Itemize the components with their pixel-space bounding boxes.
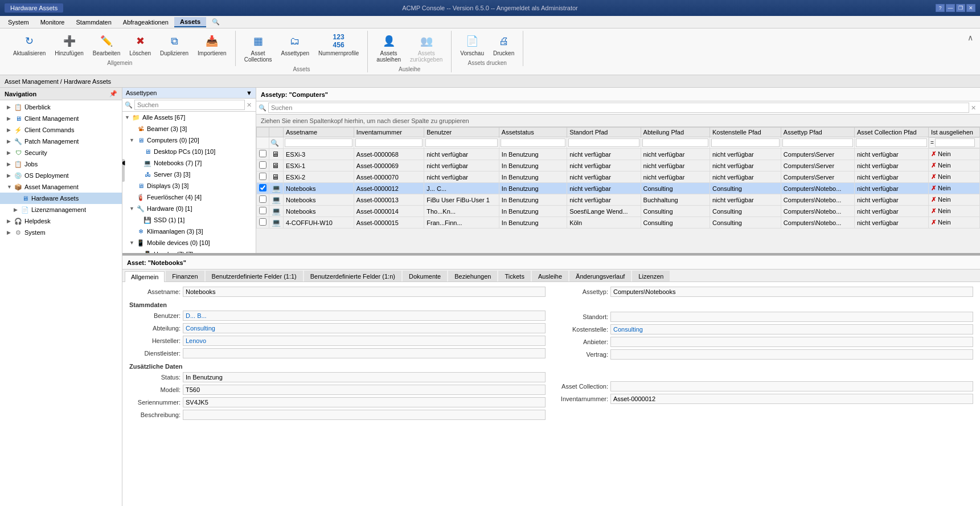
table-row[interactable]: 🖥 ESXi-1 Asset-0000069 nicht verfügbar I… [257,160,980,172]
asset-type-selector[interactable]: Assettypen ▼ [122,88,256,99]
nav-item-client-commands[interactable]: ▶ ⚡ Client Commands [0,124,122,136]
asset-table[interactable]: Assetname Inventarnummer Benutzer Assets… [256,127,980,253]
row-checkbox[interactable] [259,207,266,214]
filter-kostenstelle[interactable] [711,138,780,147]
grid-search-input[interactable] [268,103,969,113]
col-assettyp-pfad[interactable]: Assettyp Pfad [781,128,854,137]
tree-klimaanlagen[interactable]: ❄ Klimaanlagen (3) [3] [122,226,256,237]
menu-system[interactable]: System [2,18,35,27]
assetname-input[interactable] [183,287,546,297]
drucken-button[interactable]: 🖨 Drucken [489,31,518,59]
menu-search[interactable]: 🔍 [206,17,225,27]
menu-abfrageaktionen[interactable]: Abfrageaktionen [117,18,174,27]
nav-item-client-management[interactable]: ▶ 🖥 Client Management [0,113,122,124]
bearbeiten-button[interactable]: ✏️ Bearbeiten [89,31,124,59]
nav-item-os-deployment[interactable]: ▶ 💿 OS Deployment [0,170,122,181]
tab-aenderungsverlauf[interactable]: Änderungsverlauf [569,271,631,281]
tab-benutzerdefinierte-felder-1nN[interactable]: Benutzerdefinierte Felder (1:n) [304,271,401,281]
nav-item-ueberblick[interactable]: ▶ 📋 Überblick [0,101,122,113]
tree-handys[interactable]: 📱 Handys (7) [7] [122,248,256,253]
minimize-button[interactable]: — [946,4,955,12]
restore-button[interactable]: ❐ [956,4,965,12]
asset-search-input[interactable] [134,100,245,110]
table-row[interactable]: 🖥 ESXi-2 Asset-0000070 nicht verfügbar I… [257,172,980,183]
col-inventarnummer[interactable]: Inventarnummer [354,128,424,137]
asset-collections-button[interactable]: ▦ AssetCollections [240,31,276,65]
tab-benutzerdefinierte-felder-1n1[interactable]: Benutzerdefinierte Felder (1:1) [206,271,303,281]
nav-item-system[interactable]: ▶ ⚙ System [0,227,122,238]
table-row[interactable]: 💻 Notebooks Asset-0000013 FiBu User FiBu… [257,194,980,206]
importieren-button[interactable]: 📥 Importieren [194,31,231,59]
modell-input[interactable] [183,385,546,395]
tree-hardware[interactable]: ▼ 🔧 Hardware (0) [1] [122,203,256,214]
filter-assetname[interactable] [285,138,352,147]
col-assetstatus[interactable]: Assetstatus [499,128,567,137]
close-button[interactable]: ✕ [966,4,975,12]
vertrag-input[interactable] [610,349,973,360]
hinzufuegen-button[interactable]: ➕ Hinzufügen [51,31,88,59]
nav-item-hardware-assets[interactable]: 🖥 Hardware Assets [0,193,122,204]
tree-computers[interactable]: ▼ 🖥 Computers (0) [20] [122,134,256,146]
nav-item-security[interactable]: ▶ 🛡 Security [0,147,122,158]
menu-monitore[interactable]: Monitore [35,18,71,27]
row-checkbox[interactable] [259,195,266,203]
filter-collection[interactable] [856,138,927,147]
assets-ausleihen-button[interactable]: 👤 Assetsausleihen [372,31,405,65]
kostenstelle-input[interactable] [610,324,973,334]
tree-mobile-devices[interactable]: ▼ 📱 Mobile devices (0) [10] [122,237,256,248]
filter-benutzer[interactable] [425,138,498,147]
col-kostenstelle-pfad[interactable]: Kostenstelle Pfad [710,128,781,137]
filter-standort[interactable] [568,138,639,147]
filter-assetstatus[interactable] [501,138,565,147]
col-ist-ausgeliehen[interactable]: Ist ausgeliehen [928,128,979,137]
abteilung-input[interactable] [183,323,546,333]
filter-inventarnummer[interactable] [355,138,423,147]
loeschen-button[interactable]: ✖ Löschen [125,31,155,59]
assets-zurueckgeben-button[interactable]: 👥 Assetszurückgeben [406,31,446,65]
toolbar-collapse-button[interactable]: ∧ [967,33,973,42]
filter-ausgeliehen[interactable] [935,138,975,147]
tree-feuerloescher[interactable]: 🧯 Feuerlöscher (4) [4] [122,191,256,203]
tab-ausleihe[interactable]: Ausleihe [532,271,568,281]
asset-collection-input[interactable] [610,381,973,391]
tree-beamer[interactable]: 📽 Beamer (3) [3] [122,123,256,134]
menu-assets[interactable]: Assets [174,17,206,27]
table-row[interactable]: 🖥 ESXi-3 Asset-0000068 nicht verfügbar I… [257,149,980,160]
col-benutzer[interactable]: Benutzer [424,128,499,137]
table-row[interactable]: 💻 Notebooks Asset-0000014 Tho...Kn... In… [257,206,980,217]
col-standort-pfad[interactable]: Standort Pfad [567,128,641,137]
col-abteilung-pfad[interactable]: Abteilung Pfad [641,128,710,137]
row-checkbox[interactable] [259,218,266,226]
tab-lizenzen[interactable]: Lizenzen [632,271,670,281]
tab-allgemein[interactable]: Allgemein [125,271,165,282]
help-button[interactable]: ? [936,4,945,12]
nummernprofile-button[interactable]: 123456 Nummernprofile [314,31,363,65]
beschreibung-input[interactable] [183,410,546,420]
row-checkbox[interactable] [259,173,266,180]
seriennummer-input[interactable] [183,397,546,407]
tab-tickets[interactable]: Tickets [498,271,530,281]
col-asset-collection-pfad[interactable]: Asset Collection Pfad [854,128,928,137]
tab-beziehungen[interactable]: Beziehungen [448,271,497,281]
tree-alle-assets[interactable]: ▼ 📁 Alle Assets [67] [122,112,256,123]
filter-assettyp[interactable] [782,138,853,147]
table-row[interactable]: 💻 Notebooks Asset-0000012 J... C... In B… [257,183,980,194]
nav-item-lizenzmanagement[interactable]: ▶ 📄 Lizenzmanagement [0,204,122,215]
assettypen-button[interactable]: 🗂 Assettypen [277,31,313,65]
tree-displays[interactable]: 🖥 Displays (3) [3] [122,180,256,191]
vorschau-button[interactable]: 📄 Vorschau [456,31,488,59]
tab-finanzen[interactable]: Finanzen [166,271,204,281]
duplizieren-button[interactable]: ⧉ Duplizieren [156,31,192,59]
table-row[interactable]: 💻 4-COFFUH-W10 Asset-0000015 Fran...Finn… [257,217,980,228]
nav-item-jobs[interactable]: ▶ 📋 Jobs [0,158,122,170]
benutzer-input[interactable] [183,311,546,321]
nav-item-asset-management[interactable]: ▼ 📦 Asset Management [0,181,122,193]
nav-item-helpdesk[interactable]: ▶ 🎧 Helpdesk [0,215,122,227]
standort-input[interactable] [610,312,973,322]
dienstleister-input[interactable] [183,348,546,358]
grid-search-clear-button[interactable]: ✕ [969,104,978,112]
filter-abteilung[interactable] [642,138,708,147]
tree-desktop-pcs[interactable]: 🖥 Desktop PCs (10) [10] [122,146,256,157]
inventarnummer-form-input[interactable] [610,394,973,404]
nav-pin-icon[interactable]: 📌 [109,90,117,97]
